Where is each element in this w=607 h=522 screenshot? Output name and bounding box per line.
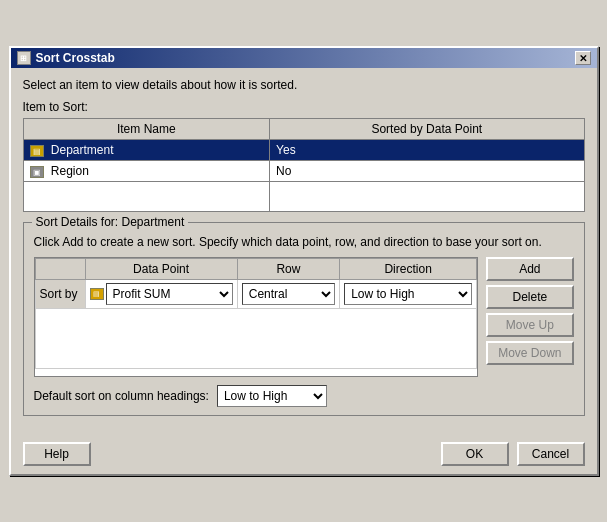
sort-inner-table: Data Point Row Direction Sort by ▤ (35, 258, 478, 369)
sorted-cell: Yes (270, 140, 584, 161)
row-icon: ▣ (30, 166, 44, 178)
titlebar: ⊞ Sort Crosstab ✕ (11, 48, 597, 68)
col-direction: Direction (340, 259, 477, 280)
sort-details-group: Sort Details for: Department Click Add t… (23, 222, 585, 416)
default-sort-select[interactable]: Low to High (217, 385, 327, 407)
sorted-cell: No (270, 161, 584, 182)
cancel-button[interactable]: Cancel (517, 442, 585, 466)
row-icon: ▤ (30, 145, 44, 157)
sort-crosstab-dialog: ⊞ Sort Crosstab ✕ Select an item to view… (9, 46, 599, 476)
ok-button[interactable]: OK (441, 442, 509, 466)
default-sort-row: Default sort on column headings: Low to … (34, 385, 574, 407)
data-point-select[interactable]: Profit SUM (106, 283, 233, 305)
add-button[interactable]: Add (486, 257, 573, 281)
sort-row-label: Sort by (35, 280, 85, 309)
item-name-cell: ▣ Region (23, 161, 270, 182)
footer-right: OK Cancel (441, 442, 585, 466)
table-row[interactable]: ▤ Department Yes (23, 140, 584, 161)
sort-details-legend: Sort Details for: Department (32, 215, 189, 229)
col-item-name: Item Name (23, 119, 270, 140)
help-button[interactable]: Help (23, 442, 91, 466)
intro-text: Select an item to view details about how… (23, 78, 585, 92)
move-up-button[interactable]: Move Up (486, 313, 573, 337)
delete-button[interactable]: Delete (486, 285, 573, 309)
item-name-cell: ▤ Department (23, 140, 270, 161)
col-row: Row (237, 259, 339, 280)
sort-action-buttons: Add Delete Move Up Move Down (486, 257, 573, 377)
sort-details-desc: Click Add to create a new sort. Specify … (34, 235, 574, 249)
dialog-icon: ⊞ (17, 51, 31, 65)
sort-row: Sort by ▤ Profit SUM (35, 280, 477, 309)
data-point-icon: ▤ (90, 288, 104, 300)
close-button[interactable]: ✕ (575, 51, 591, 65)
col-sorted-by: Sorted by Data Point (270, 119, 584, 140)
direction-cell: Low to High (340, 280, 477, 309)
row-cell: Central (237, 280, 339, 309)
empty-sort-row (35, 309, 477, 369)
titlebar-left: ⊞ Sort Crosstab (17, 51, 115, 65)
item-to-sort-label: Item to Sort: (23, 100, 585, 114)
col-data-point: Data Point (85, 259, 237, 280)
row-select[interactable]: Central (242, 283, 335, 305)
empty-row (23, 182, 584, 212)
table-row[interactable]: ▣ Region No (23, 161, 584, 182)
data-point-cell: ▤ Profit SUM (85, 280, 237, 309)
footer-buttons: Help OK Cancel (11, 436, 597, 474)
move-down-button[interactable]: Move Down (486, 341, 573, 365)
item-table: Item Name Sorted by Data Point ▤ Departm… (23, 118, 585, 212)
window-title: Sort Crosstab (36, 51, 115, 65)
default-sort-label: Default sort on column headings: (34, 389, 209, 403)
sort-table-left: Data Point Row Direction Sort by ▤ (34, 257, 479, 377)
sort-table-wrapper: Data Point Row Direction Sort by ▤ (34, 257, 574, 377)
direction-select[interactable]: Low to High (344, 283, 472, 305)
data-point-selector: ▤ Profit SUM (90, 283, 233, 305)
window-body: Select an item to view details about how… (11, 68, 597, 436)
col-empty (35, 259, 85, 280)
